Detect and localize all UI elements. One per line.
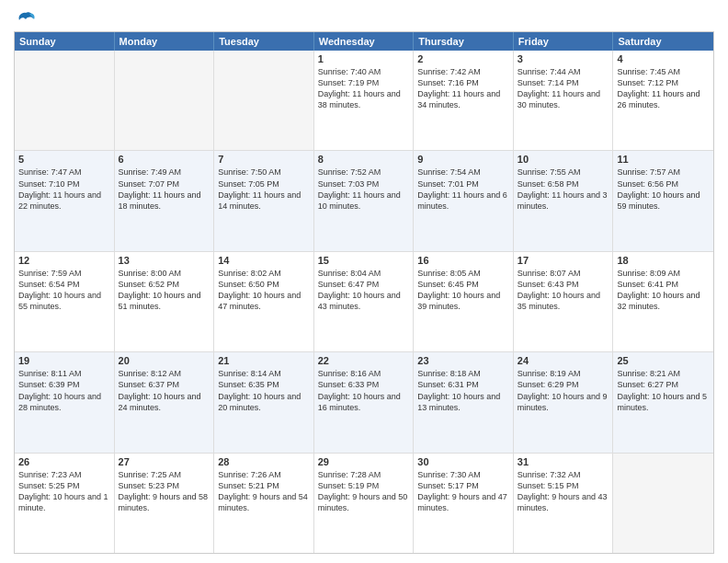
- day-cell-27: 27Sunrise: 7:25 AM Sunset: 5:23 PM Dayli…: [115, 454, 215, 553]
- calendar-row-1: 1Sunrise: 7:40 AM Sunset: 7:19 PM Daylig…: [15, 51, 713, 151]
- day-cell-15: 15Sunrise: 8:04 AM Sunset: 6:47 PM Dayli…: [314, 252, 415, 351]
- day-cell-26: 26Sunrise: 7:23 AM Sunset: 5:25 PM Dayli…: [15, 454, 115, 553]
- day-cell-25: 25Sunrise: 8:21 AM Sunset: 6:27 PM Dayli…: [613, 352, 713, 452]
- day-info: Sunrise: 8:16 AM Sunset: 6:33 PM Dayligh…: [318, 368, 410, 413]
- day-cell-24: 24Sunrise: 8:19 AM Sunset: 6:29 PM Dayli…: [514, 352, 614, 452]
- day-info: Sunrise: 8:02 AM Sunset: 6:50 PM Dayligh…: [218, 268, 310, 313]
- day-info: Sunrise: 7:54 AM Sunset: 7:01 PM Dayligh…: [417, 167, 509, 212]
- day-number: 12: [18, 255, 110, 266]
- day-number: 23: [417, 355, 509, 366]
- day-number: 4: [617, 53, 710, 64]
- day-number: 9: [417, 154, 509, 165]
- day-info: Sunrise: 7:57 AM Sunset: 6:56 PM Dayligh…: [617, 167, 710, 212]
- day-cell-8: 8Sunrise: 7:52 AM Sunset: 7:03 PM Daylig…: [314, 151, 415, 250]
- day-info: Sunrise: 8:18 AM Sunset: 6:31 PM Dayligh…: [417, 368, 509, 413]
- day-number: 19: [18, 355, 110, 366]
- header-day-friday: Friday: [514, 32, 614, 51]
- day-info: Sunrise: 8:11 AM Sunset: 6:39 PM Dayligh…: [18, 368, 110, 413]
- day-info: Sunrise: 7:23 AM Sunset: 5:25 PM Dayligh…: [18, 469, 110, 514]
- day-number: 27: [119, 456, 210, 467]
- day-number: 5: [18, 154, 110, 165]
- day-info: Sunrise: 7:52 AM Sunset: 7:03 PM Dayligh…: [318, 167, 410, 212]
- day-info: Sunrise: 8:14 AM Sunset: 6:35 PM Dayligh…: [218, 368, 310, 413]
- day-number: 25: [617, 355, 710, 366]
- empty-cell: [613, 454, 713, 553]
- calendar-row-5: 26Sunrise: 7:23 AM Sunset: 5:25 PM Dayli…: [15, 454, 713, 553]
- calendar-row-2: 5Sunrise: 7:47 AM Sunset: 7:10 PM Daylig…: [15, 151, 713, 251]
- day-info: Sunrise: 8:07 AM Sunset: 6:43 PM Dayligh…: [518, 268, 609, 313]
- day-number: 15: [318, 255, 410, 266]
- day-number: 26: [18, 456, 110, 467]
- day-number: 31: [518, 456, 609, 467]
- day-info: Sunrise: 7:44 AM Sunset: 7:14 PM Dayligh…: [518, 66, 609, 111]
- calendar-row-3: 12Sunrise: 7:59 AM Sunset: 6:54 PM Dayli…: [15, 252, 713, 352]
- day-cell-19: 19Sunrise: 8:11 AM Sunset: 6:39 PM Dayli…: [15, 352, 115, 452]
- logo: [14, 9, 36, 26]
- day-cell-31: 31Sunrise: 7:32 AM Sunset: 5:15 PM Dayli…: [514, 454, 614, 553]
- empty-cell: [214, 51, 314, 150]
- day-cell-5: 5Sunrise: 7:47 AM Sunset: 7:10 PM Daylig…: [15, 151, 115, 250]
- header-day-monday: Monday: [115, 32, 215, 51]
- day-number: 13: [119, 255, 210, 266]
- day-info: Sunrise: 8:19 AM Sunset: 6:29 PM Dayligh…: [518, 368, 609, 413]
- day-info: Sunrise: 8:05 AM Sunset: 6:45 PM Dayligh…: [417, 268, 509, 313]
- day-number: 28: [218, 456, 310, 467]
- day-cell-17: 17Sunrise: 8:07 AM Sunset: 6:43 PM Dayli…: [514, 252, 614, 351]
- day-number: 11: [617, 154, 710, 165]
- day-cell-20: 20Sunrise: 8:12 AM Sunset: 6:37 PM Dayli…: [115, 352, 215, 452]
- day-number: 18: [617, 255, 710, 266]
- day-info: Sunrise: 7:40 AM Sunset: 7:19 PM Dayligh…: [318, 66, 410, 111]
- day-number: 20: [119, 355, 210, 366]
- day-number: 22: [318, 355, 410, 366]
- empty-cell: [115, 51, 215, 150]
- day-cell-7: 7Sunrise: 7:50 AM Sunset: 7:05 PM Daylig…: [214, 151, 314, 250]
- calendar-body: 1Sunrise: 7:40 AM Sunset: 7:19 PM Daylig…: [15, 51, 713, 553]
- day-cell-3: 3Sunrise: 7:44 AM Sunset: 7:14 PM Daylig…: [514, 51, 614, 150]
- day-number: 30: [417, 456, 509, 467]
- day-cell-2: 2Sunrise: 7:42 AM Sunset: 7:16 PM Daylig…: [414, 51, 514, 150]
- day-info: Sunrise: 7:32 AM Sunset: 5:15 PM Dayligh…: [518, 469, 609, 514]
- day-info: Sunrise: 7:28 AM Sunset: 5:19 PM Dayligh…: [318, 469, 410, 514]
- day-cell-1: 1Sunrise: 7:40 AM Sunset: 7:19 PM Daylig…: [314, 51, 415, 150]
- header-day-tuesday: Tuesday: [214, 32, 314, 51]
- day-number: 1: [318, 53, 410, 64]
- day-info: Sunrise: 8:04 AM Sunset: 6:47 PM Dayligh…: [318, 268, 410, 313]
- calendar-row-4: 19Sunrise: 8:11 AM Sunset: 6:39 PM Dayli…: [15, 352, 713, 453]
- day-number: 16: [417, 255, 509, 266]
- day-cell-6: 6Sunrise: 7:49 AM Sunset: 7:07 PM Daylig…: [115, 151, 215, 250]
- day-cell-18: 18Sunrise: 8:09 AM Sunset: 6:41 PM Dayli…: [613, 252, 713, 351]
- header-day-saturday: Saturday: [613, 32, 713, 51]
- day-info: Sunrise: 8:09 AM Sunset: 6:41 PM Dayligh…: [617, 268, 710, 313]
- day-info: Sunrise: 7:30 AM Sunset: 5:17 PM Dayligh…: [417, 469, 509, 514]
- day-number: 29: [318, 456, 410, 467]
- logo-bird-icon: [16, 9, 36, 29]
- day-number: 17: [518, 255, 609, 266]
- day-info: Sunrise: 7:47 AM Sunset: 7:10 PM Dayligh…: [18, 167, 110, 212]
- calendar: SundayMondayTuesdayWednesdayThursdayFrid…: [14, 31, 714, 554]
- day-cell-12: 12Sunrise: 7:59 AM Sunset: 6:54 PM Dayli…: [15, 252, 115, 351]
- header-day-wednesday: Wednesday: [314, 32, 415, 51]
- day-info: Sunrise: 7:42 AM Sunset: 7:16 PM Dayligh…: [417, 66, 509, 111]
- day-cell-23: 23Sunrise: 8:18 AM Sunset: 6:31 PM Dayli…: [414, 352, 514, 452]
- day-cell-13: 13Sunrise: 8:00 AM Sunset: 6:52 PM Dayli…: [115, 252, 215, 351]
- day-cell-22: 22Sunrise: 8:16 AM Sunset: 6:33 PM Dayli…: [314, 352, 415, 452]
- header-day-sunday: Sunday: [15, 32, 115, 51]
- day-cell-16: 16Sunrise: 8:05 AM Sunset: 6:45 PM Dayli…: [414, 252, 514, 351]
- header: [14, 9, 714, 26]
- day-number: 24: [518, 355, 609, 366]
- day-info: Sunrise: 7:50 AM Sunset: 7:05 PM Dayligh…: [218, 167, 310, 212]
- day-cell-4: 4Sunrise: 7:45 AM Sunset: 7:12 PM Daylig…: [613, 51, 713, 150]
- day-number: 14: [218, 255, 310, 266]
- day-info: Sunrise: 7:49 AM Sunset: 7:07 PM Dayligh…: [119, 167, 210, 212]
- page: SundayMondayTuesdayWednesdayThursdayFrid…: [0, 0, 728, 563]
- day-cell-29: 29Sunrise: 7:28 AM Sunset: 5:19 PM Dayli…: [314, 454, 415, 553]
- day-number: 3: [518, 53, 609, 64]
- day-info: Sunrise: 7:25 AM Sunset: 5:23 PM Dayligh…: [119, 469, 210, 514]
- day-number: 21: [218, 355, 310, 366]
- day-number: 7: [218, 154, 310, 165]
- header-day-thursday: Thursday: [414, 32, 514, 51]
- day-info: Sunrise: 7:45 AM Sunset: 7:12 PM Dayligh…: [617, 66, 710, 111]
- day-info: Sunrise: 7:26 AM Sunset: 5:21 PM Dayligh…: [218, 469, 310, 514]
- day-cell-21: 21Sunrise: 8:14 AM Sunset: 6:35 PM Dayli…: [214, 352, 314, 452]
- day-cell-30: 30Sunrise: 7:30 AM Sunset: 5:17 PM Dayli…: [414, 454, 514, 553]
